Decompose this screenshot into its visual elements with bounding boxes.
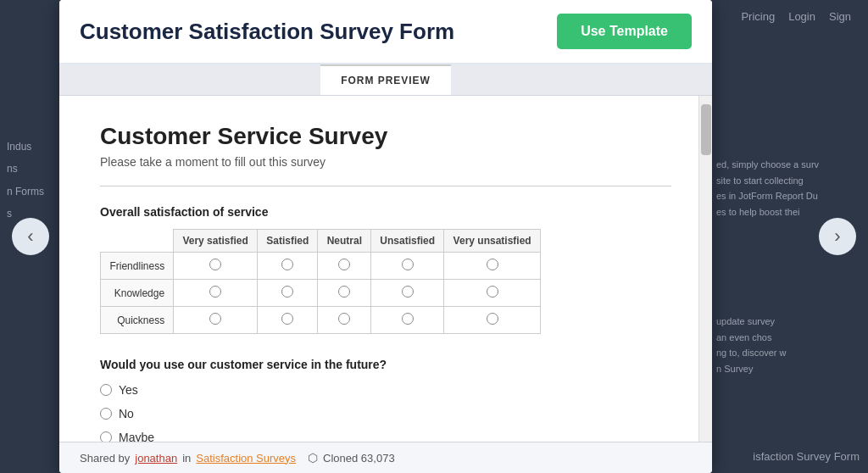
table-col-empty xyxy=(101,230,174,253)
table-header-row: Very satisfied Satisfied Neutral Unsatis… xyxy=(101,230,541,253)
radio-quickness-very-unsatisfied[interactable] xyxy=(444,307,541,334)
radio-circle-icon xyxy=(281,286,293,298)
radio-circle-icon xyxy=(338,286,350,298)
radio-circle-icon xyxy=(338,313,350,325)
left-arrow-button[interactable]: ‹ xyxy=(12,218,49,255)
table-row-friendliness: Friendliness xyxy=(101,253,541,280)
row-label-knowledge: Knowledge xyxy=(101,280,174,307)
satisfaction-section: Overall satisfaction of service Very sat… xyxy=(100,205,671,334)
right-chevron-icon: › xyxy=(834,225,840,248)
radio-circle-icon xyxy=(281,313,293,325)
radio-circle-maybe-icon xyxy=(100,431,112,442)
radio-quickness-satisfied[interactable] xyxy=(258,307,318,334)
modal-footer: Shared by jonathan in Satisfaction Surve… xyxy=(59,442,712,473)
radio-friendliness-unsatisfied[interactable] xyxy=(371,253,444,280)
modal: Customer Satisfaction Survey Form Use Te… xyxy=(59,0,712,473)
radio-circle-icon xyxy=(338,259,350,270)
radio-circle-icon xyxy=(487,259,498,270)
table-col-satisfied: Satisfied xyxy=(258,230,318,253)
table-col-very-satisfied: Very satisfied xyxy=(174,230,258,253)
satisfaction-table: Very satisfied Satisfied Neutral Unsatis… xyxy=(100,229,541,334)
radio-option-maybe[interactable]: Maybe xyxy=(100,431,671,442)
bg-nav-top: Pricing Login Sign xyxy=(741,10,851,23)
tab-bar: FORM PREVIEW xyxy=(59,64,712,96)
radio-friendliness-neutral[interactable] xyxy=(318,253,371,280)
row-label-quickness: Quickness xyxy=(101,307,174,334)
bg-nav-login: Login xyxy=(788,10,815,23)
form-survey-subtitle: Please take a moment to fill out this su… xyxy=(100,155,671,169)
table-col-neutral: Neutral xyxy=(318,230,371,253)
bg-bottom-right-text: isfaction Survey Form xyxy=(753,450,860,463)
scrollbar-track[interactable] xyxy=(698,96,712,442)
radio-friendliness-very-satisfied[interactable] xyxy=(174,253,258,280)
form-preview-container: Customer Service Survey Please take a mo… xyxy=(59,96,712,442)
radio-circle-icon xyxy=(209,313,221,325)
radio-quickness-neutral[interactable] xyxy=(318,307,371,334)
bg-right-text-top: ed, simply choose a surv site to start c… xyxy=(716,157,865,220)
right-arrow-button[interactable]: › xyxy=(819,218,856,255)
divider-1 xyxy=(100,186,671,186)
radio-knowledge-very-unsatisfied[interactable] xyxy=(444,280,541,307)
scrollbar-thumb[interactable] xyxy=(701,104,711,155)
form-preview: Customer Service Survey Please take a mo… xyxy=(59,96,712,442)
footer-cloned-text: Cloned 63,073 xyxy=(323,452,395,465)
table-row-quickness: Quickness xyxy=(101,307,541,334)
option-maybe-label: Maybe xyxy=(119,431,154,442)
radio-quickness-very-satisfied[interactable] xyxy=(174,307,258,334)
radio-circle-no-icon xyxy=(100,408,112,420)
table-row-knowledge: Knowledge xyxy=(101,280,541,307)
footer-category-link[interactable]: Satisfaction Surveys xyxy=(196,452,296,465)
radio-circle-icon xyxy=(487,313,498,325)
table-col-unsatisfied: Unsatisfied xyxy=(371,230,444,253)
radio-circle-icon xyxy=(209,286,221,298)
modal-header: Customer Satisfaction Survey Form Use Te… xyxy=(59,0,712,64)
radio-knowledge-neutral[interactable] xyxy=(318,280,371,307)
row-label-friendliness: Friendliness xyxy=(101,253,174,280)
future-section: Would you use our customer service in th… xyxy=(100,358,671,442)
bg-left-labels: Indus ns n Forms s xyxy=(7,136,44,225)
bg-right-text-bottom: update survey an even chos ng to, discov… xyxy=(716,314,865,377)
tab-form-preview[interactable]: FORM PREVIEW xyxy=(320,64,451,95)
radio-quickness-unsatisfied[interactable] xyxy=(371,307,444,334)
option-yes-label: Yes xyxy=(119,383,138,397)
left-chevron-icon: ‹ xyxy=(27,225,33,248)
future-question-label: Would you use our customer service in th… xyxy=(100,358,671,371)
bg-nav-pricing: Pricing xyxy=(741,10,775,23)
footer-clone-icon: ⬡ xyxy=(308,451,318,465)
radio-circle-icon xyxy=(281,259,293,270)
radio-option-yes[interactable]: Yes xyxy=(100,383,671,397)
radio-circle-icon xyxy=(209,259,221,270)
radio-circle-icon xyxy=(487,286,498,298)
radio-knowledge-very-satisfied[interactable] xyxy=(174,280,258,307)
radio-circle-icon xyxy=(402,286,414,298)
satisfaction-section-label: Overall satisfaction of service xyxy=(100,205,671,219)
footer-in-text: in xyxy=(182,452,191,465)
radio-friendliness-very-unsatisfied[interactable] xyxy=(444,253,541,280)
table-col-very-unsatisfied: Very unsatisfied xyxy=(444,230,541,253)
footer-author-link[interactable]: jonathan xyxy=(135,452,177,465)
radio-option-no[interactable]: No xyxy=(100,407,671,420)
radio-circle-icon xyxy=(402,313,414,325)
radio-knowledge-unsatisfied[interactable] xyxy=(371,280,444,307)
modal-title: Customer Satisfaction Survey Form xyxy=(80,19,454,45)
radio-circle-yes-icon xyxy=(100,384,112,396)
option-no-label: No xyxy=(119,407,134,420)
radio-circle-icon xyxy=(402,259,414,270)
use-template-button[interactable]: Use Template xyxy=(557,14,692,49)
radio-friendliness-satisfied[interactable] xyxy=(258,253,318,280)
footer-shared-by-text: Shared by xyxy=(80,452,130,465)
bg-nav-sign: Sign xyxy=(829,10,851,23)
form-survey-title: Customer Service Survey xyxy=(100,123,671,150)
radio-knowledge-satisfied[interactable] xyxy=(258,280,318,307)
